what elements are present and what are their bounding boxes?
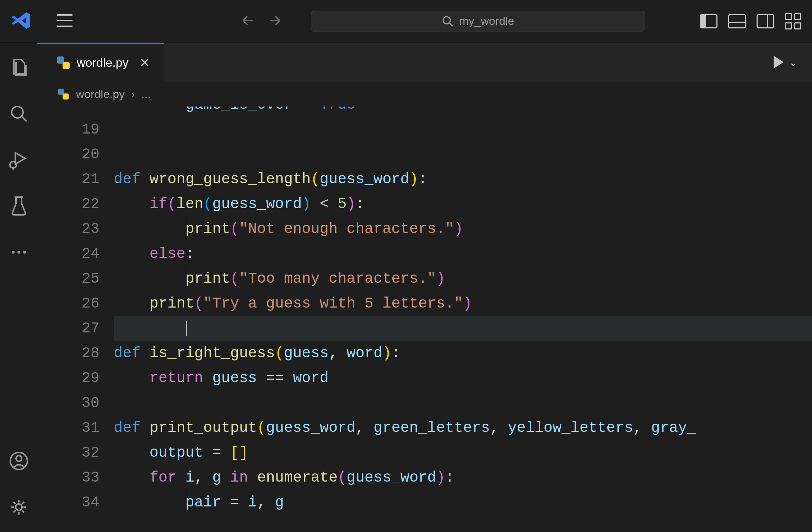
tab-close-icon[interactable]: ✕ [139,55,150,70]
svg-point-5 [16,504,22,510]
layout-sidebar-left-icon[interactable] [700,14,717,28]
titlebar: my_wordle [0,0,812,43]
breadcrumbs[interactable]: wordle.py › ... [37,82,812,107]
search-text: my_wordle [459,15,514,28]
search-activity-icon[interactable] [8,103,29,124]
svg-point-4 [16,456,22,461]
testing-icon[interactable] [8,195,29,217]
search-icon [442,15,454,27]
breadcrumb-rest: ... [141,88,151,101]
code-editor[interactable]: 19202122232425262728293031323334 game_is… [37,107,812,532]
nav-forward-icon[interactable] [268,13,283,29]
editor-area: wordle.py ✕ ⌄ wordle.py › ... 1920212223… [37,43,812,532]
command-center-search[interactable]: my_wordle [311,11,645,32]
more-icon[interactable] [8,241,29,263]
explorer-icon[interactable] [8,57,29,78]
breadcrumb-file: wordle.py [76,88,125,101]
menu-hamburger-icon[interactable] [56,13,73,29]
layout-customize-icon[interactable] [785,13,801,29]
nav-back-icon[interactable] [240,13,255,29]
svg-point-1 [12,107,23,118]
tab-filename: wordle.py [77,56,129,70]
run-debug-icon[interactable] [8,149,29,170]
editor-tabbar: wordle.py ✕ ⌄ [37,43,812,82]
editor-tab-active[interactable]: wordle.py ✕ [37,43,164,82]
run-dropdown-chevron-icon[interactable]: ⌄ [789,56,798,69]
run-file-icon[interactable] [774,56,784,69]
code-body[interactable]: game_is_over = Truedef wrong_guess_lengt… [114,107,812,515]
line-number-gutter: 19202122232425262728293031323334 [37,107,114,515]
breadcrumb-sep-icon: › [131,88,135,101]
svg-point-0 [443,17,450,24]
accounts-icon[interactable] [8,450,29,472]
settings-gear-icon[interactable] [8,496,29,518]
layout-sidebar-right-icon[interactable] [757,14,774,28]
activity-bar [0,43,37,532]
python-file-icon [57,56,70,69]
python-file-icon [58,89,69,100]
vscode-logo-icon [11,10,31,32]
layout-panel-bottom-icon[interactable] [728,14,746,28]
